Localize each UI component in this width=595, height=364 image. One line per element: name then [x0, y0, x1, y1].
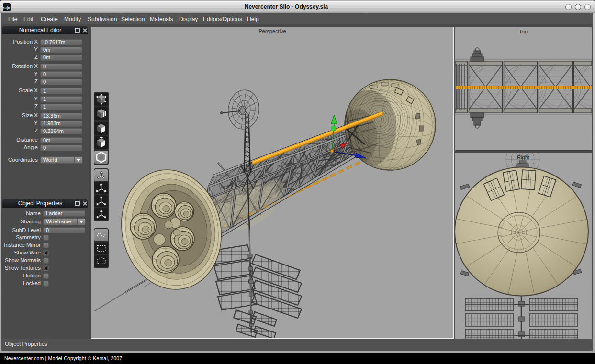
svg-text:si|o: si|o [3, 5, 11, 10]
svg-text:Top: Top [519, 29, 528, 34]
svg-text:Perspective: Perspective [258, 28, 286, 34]
svg-text:Right: Right [517, 154, 529, 160]
